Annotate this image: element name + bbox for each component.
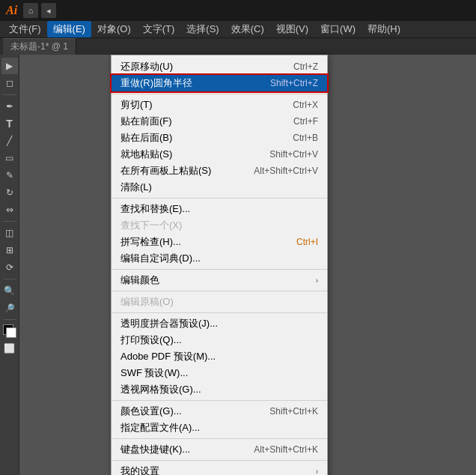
separator-1 [112,94,327,94]
menu-edit[interactable]: 编辑(E) [47,21,91,37]
menu-help[interactable]: 帮助(H) [361,21,406,37]
main-area: ▶ ◻ ✒ T ╱ ▭ ✎ ↻ ⇔ ◫ ⊞ ⟳ 🔍 🔎 ⬜ 还原移动(U) Ct… [0,55,476,475]
document-tab[interactable]: 未标题-1* @ 1 [3,38,76,55]
menu-edit-original: 编辑原稿(O) [112,294,327,310]
menu-paste-front[interactable]: 贴在前面(F) Ctrl+F [112,113,327,130]
tool-mirror[interactable]: ⇔ [1,202,18,218]
menu-print-presets[interactable]: 打印预设(Q)... [112,332,327,348]
menu-effect[interactable]: 效果(C) [225,21,270,37]
tool-select[interactable]: ▶ [1,58,18,74]
menu-pdf-presets[interactable]: Adobe PDF 预设(M)... [112,348,327,365]
tool-gradient[interactable]: ◫ [1,225,18,241]
menu-edit-colors[interactable]: 编辑颜色 › [112,272,327,288]
separator-7 [112,438,327,439]
menu-object[interactable]: 对象(O) [91,21,137,37]
tool-color[interactable] [1,323,18,339]
tool-blend[interactable]: ⟳ [1,259,18,276]
menu-undo[interactable]: 还原移动(U) Ctrl+Z [112,58,327,75]
left-toolbar: ▶ ◻ ✒ T ╱ ▭ ✎ ↻ ⇔ ◫ ⊞ ⟳ 🔍 🔎 ⬜ [0,55,19,475]
menu-perspective-presets[interactable]: 透视网格预设(G)... [112,381,327,398]
tool-type[interactable]: T [1,115,18,132]
tool-screen-mode[interactable]: ⬜ [1,340,18,357]
app-logo: Ai [6,4,17,17]
menu-text[interactable]: 文字(T) [137,21,181,37]
tool-pen[interactable]: ✒ [1,98,18,115]
tool-separator-4 [3,319,16,320]
menu-find-replace[interactable]: 查找和替换(E)... [112,201,327,217]
separator-8 [112,460,327,461]
canvas-area: 还原移动(U) Ctrl+Z 重做(R)圆角半径 Shift+Ctrl+Z 剪切… [19,55,476,475]
tool-mesh[interactable]: ⊞ [1,242,18,258]
menu-paste-place[interactable]: 就地粘贴(S) Shift+Ctrl+V [112,146,327,163]
menu-clear[interactable]: 清除(L) [112,179,327,196]
menu-transparency-flattener[interactable]: 透明度拼合器预设(J)... [112,315,327,332]
tool-separator-2 [3,221,16,222]
menu-spell-check[interactable]: 拼写检查(H)... Ctrl+I [112,234,327,250]
tool-separator-3 [3,279,16,279]
menu-assign-profile[interactable]: 指定配置文件(A)... [112,420,327,436]
separator-2 [112,198,327,199]
tool-paint[interactable]: ✎ [1,167,18,184]
home-icon[interactable]: ⌂ [23,3,38,18]
edit-menu-dropdown: 还原移动(U) Ctrl+Z 重做(R)圆角半径 Shift+Ctrl+Z 剪切… [111,55,328,475]
menu-custom-dict[interactable]: 编辑自定词典(D)... [112,250,327,267]
separator-3 [112,269,327,270]
tool-rectangle[interactable]: ▭ [1,150,18,166]
separator-4 [112,291,327,291]
tab-bar: 未标题-1* @ 1 [0,37,476,55]
menu-view[interactable]: 视图(V) [270,21,314,37]
back-icon[interactable]: ◂ [41,3,56,18]
tool-rotate[interactable]: ↻ [1,184,18,201]
menu-find-next: 查找下一个(X) [112,217,327,234]
separator-6 [112,400,327,401]
menu-bar: 文件(F) 编辑(E) 对象(O) 文字(T) 选择(S) 效果(C) 视图(V… [0,21,476,37]
tool-separator-1 [3,94,16,95]
menu-window[interactable]: 窗口(W) [314,21,361,37]
menu-keyboard-shortcuts[interactable]: 键盘快捷键(K)... Alt+Shift+Ctrl+K [112,441,327,458]
title-bar: Ai ⌂ ◂ [0,0,476,21]
menu-redo[interactable]: 重做(R)圆角半径 Shift+Ctrl+Z [112,75,327,91]
menu-select[interactable]: 选择(S) [180,21,225,37]
menu-file[interactable]: 文件(F) [3,21,47,37]
menu-paste-all[interactable]: 在所有画板上粘贴(S) Alt+Shift+Ctrl+V [112,163,327,179]
tool-line[interactable]: ╱ [1,133,18,149]
menu-my-settings[interactable]: 我的设置 › [112,463,327,475]
menu-paste-back[interactable]: 贴在后面(B) Ctrl+B [112,130,327,146]
menu-swf-presets[interactable]: SWF 预设(W)... [112,365,327,381]
separator-5 [112,312,327,313]
tool-eyedropper[interactable]: 🔍 [1,282,18,299]
tool-zoom[interactable]: 🔎 [1,300,18,316]
tool-direct-select[interactable]: ◻ [1,75,18,91]
menu-cut[interactable]: 剪切(T) Ctrl+X [112,97,327,113]
menu-color-settings[interactable]: 颜色设置(G)... Shift+Ctrl+K [112,403,327,420]
